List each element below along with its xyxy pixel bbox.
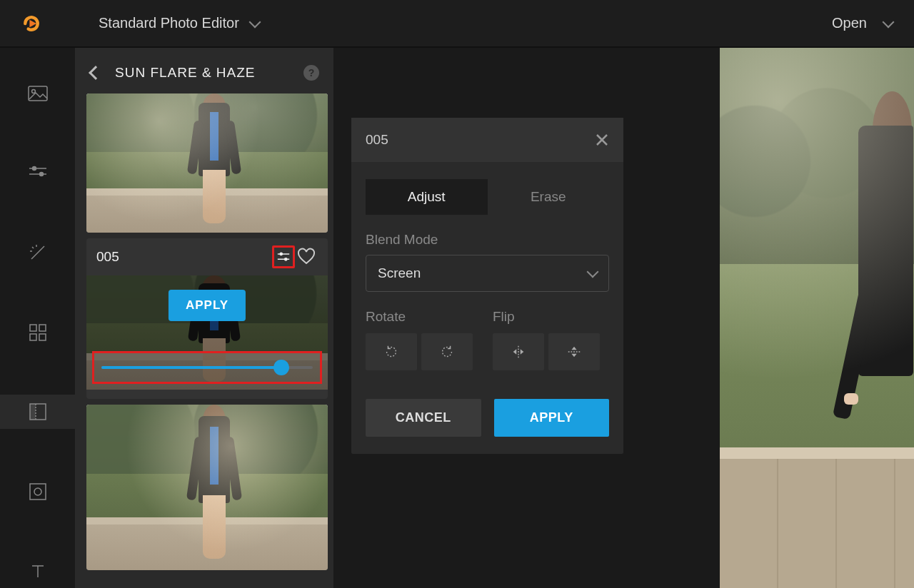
rotate-ccw-button[interactable] — [366, 333, 417, 370]
sidebar-item-adjust[interactable] — [0, 156, 75, 191]
back-button[interactable] — [89, 66, 103, 80]
popover-title: 005 — [366, 132, 595, 148]
svg-point-5 — [39, 173, 43, 176]
effects-panel: SUN FLARE & HAZE ? 005 — [75, 48, 333, 588]
flip-vertical-button[interactable] — [548, 333, 600, 370]
chevron-down-icon — [248, 16, 261, 28]
svg-point-15 — [34, 488, 41, 495]
apply-effect-button[interactable]: APPLY — [169, 290, 246, 321]
effect-thumbnail[interactable] — [86, 405, 328, 570]
sidebar-item-overlays[interactable] — [0, 395, 75, 429]
rotate-label: Rotate — [366, 309, 473, 325]
flip-label: Flip — [493, 309, 600, 325]
image-preview[interactable] — [720, 48, 914, 588]
help-icon[interactable]: ? — [303, 65, 319, 81]
sidebar-item-frames[interactable] — [0, 475, 75, 509]
mode-tabs: Adjust Erase — [366, 179, 609, 215]
apply-button[interactable]: APPLY — [494, 399, 610, 437]
svg-point-17 — [280, 253, 282, 255]
intensity-slider[interactable] — [92, 351, 322, 384]
svg-point-3 — [32, 167, 36, 171]
effect-thumbnail[interactable] — [86, 93, 328, 233]
svg-rect-7 — [30, 325, 36, 331]
effect-settings-popover: 005 Adjust Erase Blend Mode Screen Rotat… — [351, 118, 623, 454]
effect-settings-button[interactable] — [272, 245, 295, 268]
app-logo — [21, 14, 41, 34]
sidebar-item-image[interactable] — [0, 76, 75, 111]
sidebar-item-text[interactable] — [0, 554, 75, 588]
editor-mode-label: Standard Photo Editor — [99, 15, 239, 31]
svg-rect-10 — [39, 334, 46, 340]
chevron-down-icon — [587, 266, 599, 278]
effect-id-label: 005 — [96, 249, 272, 265]
chevron-down-icon — [883, 16, 895, 28]
effect-card-selected: 005 APPLY — [86, 238, 328, 399]
open-menu[interactable]: Open — [832, 15, 893, 31]
sidebar-item-grid[interactable] — [0, 315, 75, 350]
tab-adjust[interactable]: Adjust — [366, 179, 488, 215]
svg-rect-0 — [29, 86, 47, 101]
favorite-button[interactable] — [295, 245, 318, 268]
svg-rect-9 — [30, 334, 36, 340]
close-icon[interactable] — [595, 133, 609, 147]
panel-title: SUN FLARE & HAZE — [115, 65, 303, 81]
cancel-button[interactable]: CANCEL — [366, 399, 481, 437]
flip-horizontal-button[interactable] — [493, 333, 544, 370]
rotate-cw-button[interactable] — [421, 333, 473, 370]
canvas-area: 005 Adjust Erase Blend Mode Screen Rotat… — [333, 48, 914, 588]
editor-mode-dropdown[interactable]: Standard Photo Editor — [99, 15, 259, 31]
tool-sidebar — [0, 48, 75, 588]
svg-rect-8 — [39, 325, 46, 331]
sidebar-item-magic[interactable] — [0, 235, 75, 270]
blend-mode-select[interactable]: Screen — [366, 255, 609, 292]
svg-rect-12 — [30, 404, 36, 420]
top-bar: Standard Photo Editor Open — [0, 0, 914, 48]
blend-mode-label: Blend Mode — [366, 232, 609, 248]
svg-rect-14 — [30, 484, 46, 500]
svg-point-1 — [31, 89, 35, 93]
svg-point-19 — [285, 258, 287, 260]
blend-mode-value: Screen — [378, 265, 588, 281]
open-label: Open — [832, 15, 867, 31]
tab-erase[interactable]: Erase — [488, 179, 610, 215]
